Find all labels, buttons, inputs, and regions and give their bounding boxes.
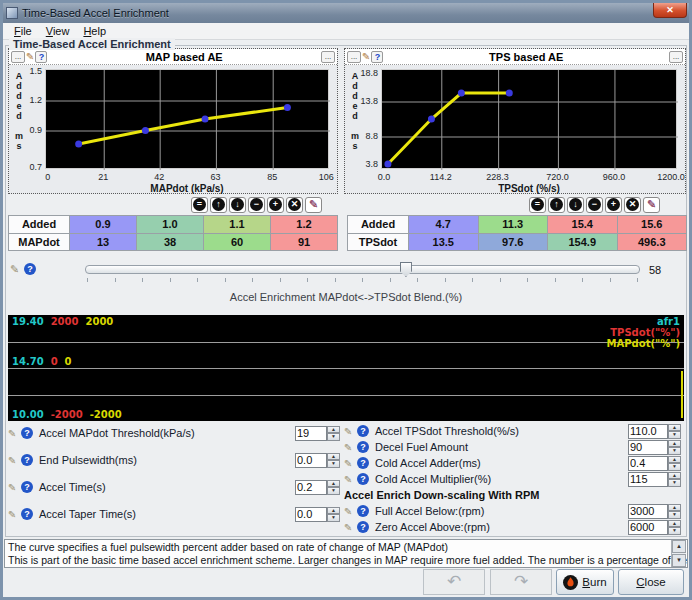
scroll-up-button[interactable]: ▲	[672, 540, 686, 553]
pencil-icon[interactable]: ✎	[344, 458, 357, 469]
pencil-icon[interactable]: ✎	[10, 263, 19, 276]
curve-point[interactable]	[284, 104, 291, 111]
help-icon[interactable]: ?	[24, 263, 36, 275]
edit-values-button[interactable]: ✎	[305, 197, 322, 213]
curve-point[interactable]	[506, 90, 513, 97]
spinner-down-button[interactable]: ▼	[327, 487, 340, 495]
pencil-icon[interactable]: ✎	[344, 506, 357, 517]
spinner-down-button[interactable]: ▼	[327, 514, 340, 522]
menu-view[interactable]: View	[39, 24, 77, 38]
help-icon[interactable]: ?	[21, 481, 33, 493]
value-cell[interactable]: 0.9	[70, 215, 137, 233]
clear-button[interactable]: ✕	[286, 197, 303, 213]
field-input[interactable]	[628, 520, 668, 535]
undo-button[interactable]: ↶	[423, 569, 485, 595]
field-input[interactable]	[628, 504, 668, 519]
spinner-up-button[interactable]: ▲	[327, 426, 340, 434]
chart-options-button[interactable]: ...	[669, 51, 683, 63]
field-input[interactable]	[295, 507, 327, 522]
chart-detach-button[interactable]: ...	[11, 51, 25, 63]
spinner-down-button[interactable]: ▼	[668, 479, 681, 487]
spinner-down-button[interactable]: ▼	[668, 527, 681, 535]
help-icon[interactable]: ?	[357, 425, 369, 437]
help-icon[interactable]: ?	[21, 427, 33, 439]
spinner-down-button[interactable]: ▼	[668, 431, 681, 439]
scroll-down-button[interactable]: ▼	[672, 554, 686, 567]
spinner-up-button[interactable]: ▲	[327, 453, 340, 461]
close-window-button[interactable]: ✕	[653, 3, 687, 18]
value-cell[interactable]: 496.3	[618, 233, 688, 251]
spinner-up-button[interactable]: ▲	[668, 440, 681, 448]
decrement-button[interactable]: ↓	[567, 197, 584, 213]
edit-curve-icon[interactable]: ✎	[362, 51, 370, 62]
value-cell[interactable]: 15.6	[618, 215, 688, 233]
spinner-down-button[interactable]: ▼	[668, 463, 681, 471]
increase-all-button[interactable]: +	[605, 197, 622, 213]
value-cell[interactable]: 1.0	[137, 215, 204, 233]
chart-options-button[interactable]: ...	[321, 51, 335, 63]
field-input[interactable]	[295, 480, 327, 495]
field-input[interactable]	[628, 472, 668, 487]
help-icon[interactable]: ?	[21, 454, 33, 466]
curve-point[interactable]	[384, 161, 391, 168]
decrease-all-button[interactable]: −	[248, 197, 265, 213]
pencil-icon[interactable]: ✎	[8, 482, 21, 493]
value-cell[interactable]: 97.6	[479, 233, 549, 251]
field-input[interactable]	[295, 426, 327, 441]
spinner-up-button[interactable]: ▲	[668, 456, 681, 464]
spinner-up-button[interactable]: ▲	[668, 424, 681, 432]
menu-help[interactable]: Help	[76, 24, 113, 38]
value-cell[interactable]: 154.9	[548, 233, 618, 251]
pencil-icon[interactable]: ✎	[8, 428, 21, 439]
value-cell[interactable]: 13.5	[409, 233, 479, 251]
chart-help-button[interactable]: ?	[35, 51, 47, 63]
increment-button[interactable]: ↑	[210, 197, 227, 213]
spinner-down-button[interactable]: ▼	[668, 511, 681, 519]
increment-button[interactable]: ↑	[548, 197, 565, 213]
spinner-up-button[interactable]: ▲	[668, 504, 681, 512]
edit-curve-icon[interactable]: ✎	[26, 51, 34, 62]
curve-point[interactable]	[428, 116, 435, 123]
pencil-icon[interactable]: ✎	[344, 522, 357, 533]
titlebar[interactable]: Time-Based Accel Enrichment ✕	[3, 3, 689, 23]
increase-all-button[interactable]: +	[267, 197, 284, 213]
value-cell[interactable]: 13	[70, 233, 137, 251]
help-icon[interactable]: ?	[357, 457, 369, 469]
blend-slider-track[interactable]	[85, 265, 640, 274]
help-icon[interactable]: ?	[357, 521, 369, 533]
help-icon[interactable]: ?	[357, 505, 369, 517]
curve-point[interactable]	[458, 90, 465, 97]
spinner-up-button[interactable]: ▲	[668, 520, 681, 528]
menu-file[interactable]: File	[7, 24, 39, 38]
field-input[interactable]	[628, 424, 668, 439]
decrement-button[interactable]: ↓	[229, 197, 246, 213]
field-input[interactable]	[628, 456, 668, 471]
curve-point[interactable]	[142, 127, 149, 134]
pencil-icon[interactable]: ✎	[344, 474, 357, 485]
chart-help-button[interactable]: ?	[371, 51, 383, 63]
spinner-down-button[interactable]: ▼	[327, 433, 340, 441]
value-cell[interactable]: 4.7	[409, 215, 479, 233]
curve-point[interactable]	[75, 141, 82, 148]
spinner-up-button[interactable]: ▲	[668, 472, 681, 480]
clear-button[interactable]: ✕	[624, 197, 641, 213]
help-icon[interactable]: ?	[357, 473, 369, 485]
value-cell[interactable]: 11.3	[479, 215, 549, 233]
value-cell[interactable]: 38	[137, 233, 204, 251]
pencil-icon[interactable]: ✎	[8, 509, 21, 520]
chart-detach-button[interactable]: ...	[347, 51, 361, 63]
field-input[interactable]	[295, 453, 327, 468]
value-cell[interactable]: 91	[271, 233, 338, 251]
redo-button[interactable]: ↷	[490, 569, 552, 595]
curve-point[interactable]	[202, 116, 209, 123]
description-scrollbar[interactable]: ▲ ▼	[671, 540, 686, 567]
spinner-up-button[interactable]: ▲	[327, 507, 340, 515]
pencil-icon[interactable]: ✎	[344, 426, 357, 437]
pencil-icon[interactable]: ✎	[8, 455, 21, 466]
value-cell[interactable]: 15.4	[548, 215, 618, 233]
spinner-down-button[interactable]: ▼	[668, 447, 681, 455]
pencil-icon[interactable]: ✎	[344, 442, 357, 453]
equalize-button[interactable]: =	[529, 197, 546, 213]
value-cell[interactable]: 1.1	[204, 215, 271, 233]
help-icon[interactable]: ?	[21, 508, 33, 520]
